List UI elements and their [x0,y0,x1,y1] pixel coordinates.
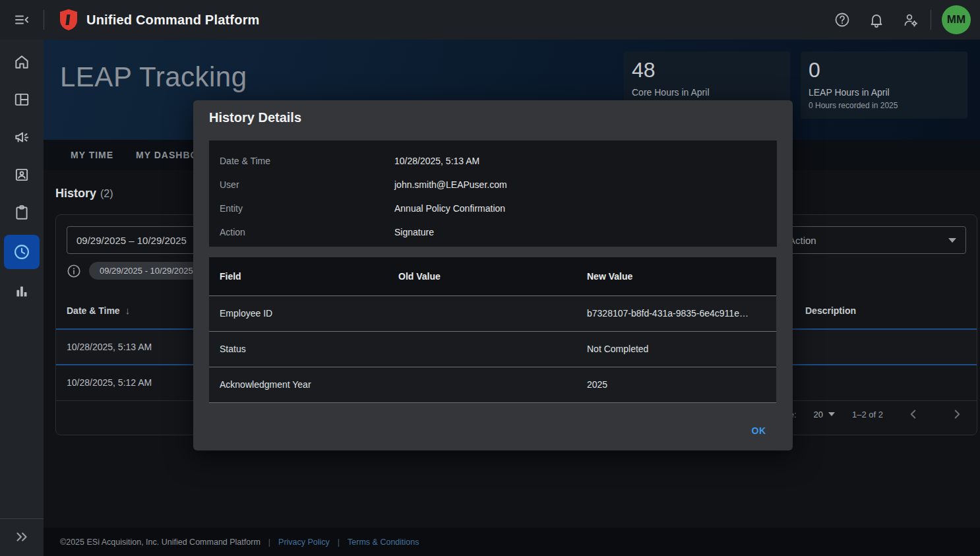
topbar-actions: MM [828,5,980,34]
clock-icon [13,243,31,261]
col-header-field: Field [209,257,398,295]
cell-old-value [398,295,587,331]
col-header-description[interactable]: Description [795,292,977,329]
sort-desc-icon: ↓ [125,305,131,316]
privacy-policy-link[interactable]: Privacy Policy [278,538,330,547]
page-range-label: 1–2 of 2 [852,410,883,419]
detail-label: Action [209,227,394,237]
sidebar-expand-button[interactable] [0,518,44,556]
dashboard-icon [13,91,30,108]
home-icon [13,53,30,71]
detail-label: Entity [209,203,394,214]
date-range-value: 09/29/2025 – 10/29/2025 [77,235,187,246]
cell-description [795,365,977,400]
page-size-value: 20 [814,410,823,419]
cell-field: Acknowledgment Year [209,367,398,402]
sidebar-item-home[interactable] [4,47,40,77]
cell-old-value [398,367,587,402]
ok-button[interactable]: OK [746,420,772,441]
notifications-button[interactable] [862,5,891,34]
sidebar-item-tasks[interactable] [4,197,40,228]
help-button[interactable] [828,5,857,34]
page-title: LEAP Tracking [60,61,247,93]
person-gear-icon [903,12,919,28]
footer: ©2025 ESi Acquisition, Inc. Unified Comm… [44,528,980,556]
cell-new-value: Not Completed [587,331,776,367]
terms-conditions-link[interactable]: Terms & Conditions [348,538,419,547]
info-icon [67,264,81,278]
detail-row: Entity Annual Policy Confirmation [209,197,777,220]
chevron-left-icon [906,407,921,421]
stat-label: Core Hours in April [632,87,782,98]
cell-old-value [398,331,587,367]
history-details-dialog: History Details Date & Time 10/28/2025, … [193,100,793,450]
action-filter-select[interactable]: Action [779,226,966,254]
chevron-right-icon [950,407,964,421]
badge-icon [13,166,30,183]
double-chevron-right-icon [13,528,30,545]
detail-value: 10/28/2025, 5:13 AM [394,156,479,166]
bell-icon [869,12,884,28]
active-filters-row: 09/29/2025 - 10/29/2025 [67,262,204,280]
top-bar: Unified Command Platform [0,0,980,40]
cell-field: Employee ID [209,295,398,331]
chevron-down-icon [948,238,956,243]
sidebar-item-leap-tracking[interactable] [4,235,40,269]
detail-row: Action Signature [209,220,777,244]
clipboard-icon [13,204,30,221]
dialog-title: History Details [209,110,301,125]
stat-card-leap-hours: 0 LEAP Hours in April 0 Hours recorded i… [801,51,967,119]
sidebar-item-dashboard[interactable] [4,84,40,115]
dialog-detail-panel: Date & Time 10/28/2025, 5:13 AM User joh… [209,140,777,247]
copyright-text: ©2025 ESi Acquisition, Inc. Unified Comm… [60,538,260,547]
avatar[interactable]: MM [942,5,971,34]
user-admin-button[interactable] [896,5,925,34]
menu-open-icon [14,12,30,28]
next-page-button[interactable] [944,401,970,427]
detail-value: john.smith@LEAPuser.com [394,179,507,190]
app-root: Unified Command Platform [0,0,980,556]
col-header-old-value: Old Value [398,257,587,295]
date-filter-chip[interactable]: 09/29/2025 - 10/29/2025 [89,262,204,280]
menu-collapse-button[interactable] [0,0,44,40]
tab-my-time[interactable]: MY TIME [71,150,113,160]
cell-description [795,329,977,365]
topbar-divider [44,10,44,30]
sidebar-item-personnel[interactable] [4,160,40,190]
stat-sublabel: 0 Hours recorded in 2025 [809,101,960,110]
action-filter-label: Action [789,235,816,246]
topbar-divider-right [931,10,931,30]
detail-label: User [209,179,394,190]
megaphone-icon [13,129,30,146]
table-row: Acknowledgment Year 2025 [209,367,776,402]
stat-value: 48 [632,57,782,83]
page-size-select[interactable]: 20 [814,410,835,419]
detail-row: Date & Time 10/28/2025, 5:13 AM [209,149,777,173]
page-size-caret-icon [828,412,835,416]
app-title: Unified Command Platform [86,13,260,28]
history-heading: History(2) [55,187,113,201]
col-header-new-value: New Value [587,257,776,295]
detail-label: Date & Time [209,156,394,166]
sidebar-item-announcements[interactable] [4,122,40,152]
table-row: Employee ID b7328107-b8fd-431a-9835-6e4c… [209,295,776,331]
sidebar-item-reports[interactable] [4,276,40,307]
dialog-fields-table: Field Old Value New Value Employee ID b7… [209,257,776,403]
footer-separator: | [338,538,340,547]
cell-new-value: b7328107-b8fd-431a-9835-6e4c911e… [587,295,776,331]
sidebar [0,40,44,556]
stat-label: LEAP Hours in April [809,87,960,98]
table-row: Status Not Completed [209,331,776,367]
brand-shield-logo [60,9,77,30]
footer-separator: | [268,538,270,547]
detail-value: Signature [394,227,434,237]
stat-value: 0 [809,57,960,83]
history-count: (2) [100,188,113,199]
detail-value: Annual Policy Confirmation [394,203,505,214]
previous-page-button[interactable] [900,401,927,427]
date-filter-chip-label: 09/29/2025 - 10/29/2025 [100,266,193,276]
history-title: History [55,187,96,200]
bar-chart-icon [13,283,30,300]
detail-row: User john.smith@LEAPuser.com [209,173,777,197]
cell-new-value: 2025 [587,367,776,402]
